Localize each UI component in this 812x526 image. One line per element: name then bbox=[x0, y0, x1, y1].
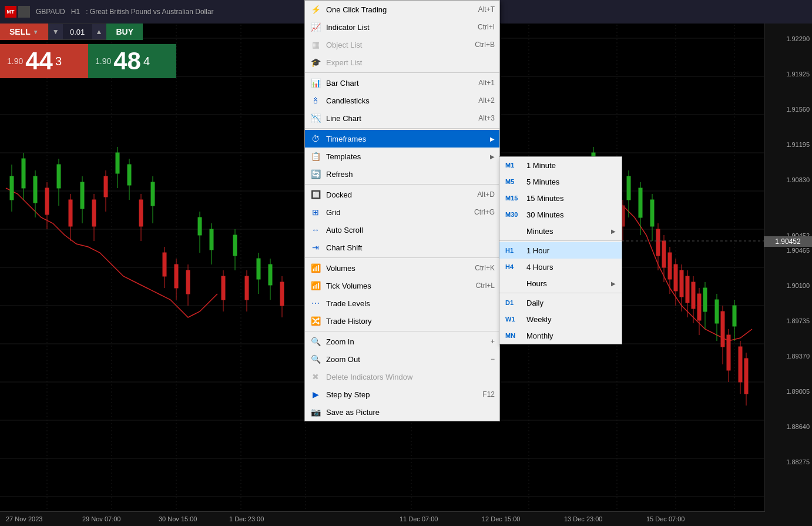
buy-button[interactable]: BUY bbox=[106, 24, 143, 40]
price-scale: 1.92655 1.92290 1.91925 1.91560 1.91195 … bbox=[764, 0, 812, 526]
buy-price-sup: 4 bbox=[143, 55, 150, 68]
menu-item-step-by-step[interactable]: ▶Step by StepF12 bbox=[305, 386, 499, 403]
menu-item-tick-volumes[interactable]: 📶Tick VolumesCtrl+L bbox=[305, 277, 499, 294]
tf-item-h1[interactable]: H11 Hour bbox=[499, 242, 622, 259]
qty-decrease-button[interactable]: ▼ bbox=[49, 24, 63, 39]
trade-history-icon: 🔀 bbox=[310, 315, 321, 327]
bar-chart-shortcut: Alt+1 bbox=[478, 79, 495, 87]
menu-item-volumes[interactable]: 📶VolumesCtrl+K bbox=[305, 259, 499, 277]
menu-item-timeframes[interactable]: ⏱Timeframes▶ bbox=[305, 130, 499, 148]
bar-chart-icon: 📊 bbox=[310, 77, 321, 89]
time-label-0: 27 Nov 2023 bbox=[6, 515, 42, 522]
svg-rect-29 bbox=[33, 176, 37, 203]
menu-item-refresh[interactable]: 🔄Refresh bbox=[305, 165, 499, 183]
tf-label-m1: 1 Minute bbox=[526, 161, 616, 170]
menu-item-trade-levels[interactable]: ⋯Trade Levels bbox=[305, 294, 499, 312]
tf-label-h1: 1 Hour bbox=[526, 246, 616, 255]
tf-label-mn: Monthly bbox=[526, 331, 616, 340]
tf-code-m30: M30 bbox=[505, 211, 522, 218]
menu-item-one-click-trading[interactable]: ⚡One Click TradingAlt+T bbox=[305, 1, 499, 18]
svg-rect-137 bbox=[692, 282, 695, 309]
docked-shortcut: Alt+D bbox=[477, 190, 495, 199]
indicator-list-icon: 📈 bbox=[310, 21, 321, 33]
tf-separator-5 bbox=[499, 240, 622, 241]
tf-item-w1[interactable]: W1Weekly bbox=[499, 311, 622, 327]
tf-item-m30[interactable]: M3030 Minutes bbox=[499, 206, 622, 223]
chart-shift-label: Chart Shift bbox=[326, 243, 495, 252]
svg-rect-125 bbox=[656, 229, 660, 256]
tf-item-m5[interactable]: M55 Minutes bbox=[499, 173, 622, 190]
svg-rect-135 bbox=[686, 276, 689, 303]
price-label-4: 1.91195 bbox=[786, 141, 810, 148]
zoom-in-icon: 🔍 bbox=[310, 336, 321, 347]
menu-item-save-as-picture[interactable]: 📷Save as Picture bbox=[305, 403, 499, 421]
quantity-control: ▼ ▲ bbox=[48, 24, 107, 40]
menu-item-candlesticks[interactable]: 🕯CandlesticksAlt+2 bbox=[305, 92, 499, 109]
time-label-6: 13 Dec 23:00 bbox=[564, 515, 602, 522]
tf-label-d1: Daily bbox=[526, 299, 616, 307]
menu-item-zoom-in[interactable]: 🔍Zoom In+ bbox=[305, 333, 499, 350]
menu-item-bar-chart[interactable]: 📊Bar ChartAlt+1 bbox=[305, 74, 499, 92]
tf-label-minutes: Minutes bbox=[526, 227, 606, 236]
price-label-2: 1.91925 bbox=[786, 71, 810, 78]
tick-volumes-shortcut: Ctrl+L bbox=[476, 282, 495, 290]
context-menu: ⚡One Click TradingAlt+T📈Indicator ListCt… bbox=[304, 0, 500, 421]
menu-item-templates[interactable]: 📋Templates▶ bbox=[305, 148, 499, 165]
time-label-4: 11 Dec 07:00 bbox=[400, 515, 438, 522]
price-label-3: 1.91560 bbox=[786, 106, 810, 113]
menu-item-docked[interactable]: 🔲DockedAlt+D bbox=[305, 186, 499, 203]
menu-item-grid[interactable]: ⊞GridCtrl+G bbox=[305, 203, 499, 221]
save-as-picture-label: Save as Picture bbox=[326, 408, 495, 417]
tf-item-m1[interactable]: M11 Minute bbox=[499, 157, 622, 173]
tf-item-hours[interactable]: Hours▶ bbox=[499, 275, 622, 292]
delete-indicators-icon: ✖ bbox=[310, 371, 321, 383]
svg-rect-35 bbox=[116, 153, 119, 173]
qty-increase-button[interactable]: ▲ bbox=[92, 24, 106, 39]
trade-history-label: Trade History bbox=[326, 317, 495, 326]
menu-item-indicator-list[interactable]: 📈Indicator ListCtrl+I bbox=[305, 18, 499, 36]
auto-scroll-label: Auto Scroll bbox=[326, 226, 495, 234]
chart-description: : Great British Pound vs Australian Doll… bbox=[86, 8, 213, 16]
current-price-indicator: 1.90452 bbox=[764, 236, 812, 247]
menu-item-chart-shift[interactable]: ⇥Chart Shift bbox=[305, 239, 499, 256]
sell-button[interactable]: SELL ▼ bbox=[0, 24, 48, 40]
svg-rect-63 bbox=[175, 264, 178, 288]
svg-rect-25 bbox=[10, 176, 14, 200]
price-label-9: 1.89370 bbox=[786, 353, 810, 360]
tf-label-m15: 15 Minutes bbox=[526, 194, 616, 203]
tf-item-d1[interactable]: D1Daily bbox=[499, 294, 622, 311]
svg-rect-87 bbox=[627, 176, 630, 200]
docked-icon: 🔲 bbox=[310, 189, 321, 200]
menu-item-auto-scroll[interactable]: ↔Auto Scroll bbox=[305, 221, 499, 239]
line-chart-icon: 📉 bbox=[310, 112, 321, 124]
auto-scroll-icon: ↔ bbox=[310, 224, 321, 236]
menu-item-line-chart[interactable]: 📉Line ChartAlt+3 bbox=[305, 109, 499, 127]
svg-rect-133 bbox=[680, 270, 683, 297]
tf-item-h4[interactable]: H44 Hours bbox=[499, 259, 622, 275]
quantity-input[interactable] bbox=[63, 28, 92, 36]
zoom-out-shortcut: − bbox=[491, 355, 495, 363]
trade-levels-label: Trade Levels bbox=[326, 299, 495, 308]
menu-item-trade-history[interactable]: 🔀Trade History bbox=[305, 312, 499, 330]
svg-rect-71 bbox=[280, 282, 284, 306]
svg-rect-129 bbox=[668, 253, 672, 279]
buy-price-box: 1.90 48 4 bbox=[88, 44, 176, 78]
tf-code-m5: M5 bbox=[505, 178, 522, 185]
time-axis: 27 Nov 2023 29 Nov 07:00 30 Nov 15:00 1 … bbox=[0, 511, 765, 526]
tf-item-mn[interactable]: MNMonthly bbox=[499, 327, 622, 344]
zoom-out-label: Zoom Out bbox=[326, 355, 486, 364]
svg-rect-131 bbox=[674, 264, 677, 291]
svg-rect-31 bbox=[57, 165, 61, 188]
one-click-trading-label: One Click Trading bbox=[326, 5, 474, 14]
candlesticks-shortcut: Alt+2 bbox=[478, 96, 495, 105]
timeframes-icon: ⏱ bbox=[310, 133, 321, 145]
svg-rect-41 bbox=[198, 217, 202, 235]
tf-item-m15[interactable]: M1515 Minutes bbox=[499, 190, 622, 206]
buy-label: BUY bbox=[116, 27, 133, 36]
price-display: 1.90 44 3 1.90 48 4 bbox=[0, 44, 176, 78]
svg-rect-55 bbox=[92, 200, 96, 226]
object-list-label: Object List bbox=[326, 41, 470, 49]
expert-list-icon: 🎓 bbox=[310, 56, 321, 68]
tf-item-minutes[interactable]: Minutes▶ bbox=[499, 223, 622, 239]
menu-item-zoom-out[interactable]: 🔍Zoom Out− bbox=[305, 350, 499, 368]
